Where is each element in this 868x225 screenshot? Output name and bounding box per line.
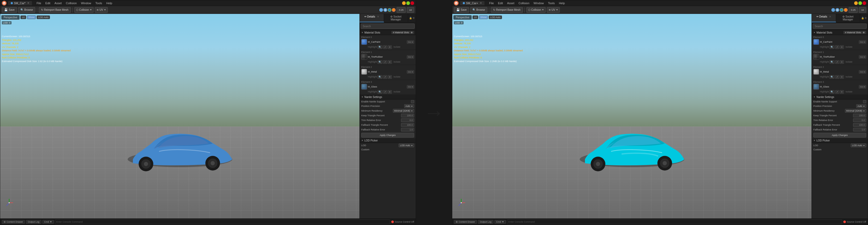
value-025-1[interactable]: 0.25 — [397, 7, 406, 13]
menu-help-2[interactable]: Help — [557, 1, 567, 5]
nanite-section-1[interactable]: ▼ Nanite Settings — [360, 95, 416, 100]
viewport-icon-1a[interactable]: ⊞ — [379, 8, 383, 12]
menu-window-1[interactable]: Window — [79, 1, 93, 5]
mat-btn-1b-2[interactable]: ↗ — [835, 60, 839, 64]
value-025-2[interactable]: 0.25 — [849, 7, 858, 13]
value-x4-2[interactable]: x4 — [859, 7, 866, 13]
maximize-btn-1[interactable] — [406, 1, 410, 5]
menu-tools-1[interactable]: Tools — [93, 1, 104, 5]
mat-btn-3c-2[interactable]: ✕ — [840, 90, 844, 94]
reimport-button-1[interactable]: ↻ Reimport Base Mesh — [39, 7, 71, 13]
apply-changes-btn-2[interactable]: Apply Changes — [813, 133, 866, 138]
reimport-button-2[interactable]: ↻ Reimport Base Mesh — [491, 7, 523, 13]
menu-asset-1[interactable]: Asset — [52, 1, 64, 5]
viewport-2[interactable]: Perspective Lit Show LOD Auto LOD: 0 Cur… — [452, 14, 811, 219]
cmd-btn-2[interactable]: Cmd ▼ — [494, 220, 506, 224]
mat-x-btn-1a-1[interactable]: ✕ — [388, 60, 392, 64]
mat-use-btn-0a-1[interactable]: 🔍 — [377, 45, 382, 49]
mat-btn-2c-2[interactable]: ✕ — [840, 75, 844, 79]
apply-changes-btn-1[interactable]: Apply Changes — [361, 133, 414, 138]
material-slots-section-1[interactable]: ▼ Material Slots 4 Material Slots ⊕ — [360, 30, 416, 35]
viewport-icon-1d[interactable]: 🔶 — [392, 8, 396, 12]
output-log-btn-2[interactable]: Output Log — [478, 220, 493, 224]
mat-btn-0b-2[interactable]: ↗ — [835, 45, 839, 49]
nanite-enable-checkbox-2[interactable] — [863, 100, 866, 103]
menu-asset-2[interactable]: Asset — [505, 1, 517, 5]
vp-lod-auto-btn-2[interactable]: LOD Auto — [489, 16, 502, 19]
nanite-residency-dropdown-1[interactable]: Minimal (32KB) ▼ — [393, 109, 414, 113]
menu-collision-2[interactable]: Collision — [517, 1, 532, 5]
mat-use-btn-2a-1[interactable]: 🔍 — [377, 75, 382, 79]
minimize-btn-1[interactable] — [402, 1, 406, 5]
menu-file-2[interactable]: File — [487, 1, 496, 5]
uv-dropdown-1[interactable]: ≋ UV ▼ — [95, 7, 108, 13]
mat-btn-2a-2[interactable]: 🔍 — [830, 75, 835, 79]
mat-x-btn-3a-1[interactable]: ✕ — [388, 90, 392, 94]
menu-help-1[interactable]: Help — [104, 1, 114, 5]
nanite-trim-rel-input-2[interactable]: 0.0 — [853, 118, 866, 122]
mat-use-btn-3a-1[interactable]: 🔍 — [377, 90, 382, 94]
menu-window-2[interactable]: Window — [532, 1, 546, 5]
mat-btn-1a-2[interactable]: 🔍 — [830, 60, 835, 64]
nanite-fallback-tri-input-1[interactable]: 100.0 — [401, 123, 414, 127]
vp-show-btn-1[interactable]: Show — [27, 16, 36, 19]
mat-slot-btn-3-1[interactable]: Slot ♦ — [407, 85, 414, 88]
search-input-1[interactable] — [361, 24, 415, 29]
gear-icon-2[interactable]: ⚙ — [865, 17, 867, 19]
lod-dropdown-2[interactable]: LOD Auto ▼ — [851, 144, 866, 147]
mat-btn-0a-2[interactable]: 🔍 — [830, 45, 835, 49]
browse-button-1[interactable]: 🔍 Browse — [18, 7, 35, 13]
mat-btn-3a-2[interactable]: 🔍 — [830, 90, 835, 94]
mat-slot-2-2[interactable]: Slot ♦ — [859, 70, 866, 74]
mat-arrow-btn-1a-1[interactable]: ↗ — [383, 60, 387, 64]
lock-icon-2[interactable]: 🔒 — [861, 17, 864, 19]
material-slots-section-2[interactable]: ▼ Material Slots 4 Material Slots ⊕ — [812, 30, 868, 35]
tab-sm-car-1[interactable]: SM_Car* ✕ — [8, 1, 32, 5]
menu-collision-1[interactable]: Collision — [64, 1, 79, 5]
mat-arrow-btn-3a-1[interactable]: ↗ — [383, 90, 387, 94]
output-log-btn-1[interactable]: Output Log — [26, 220, 41, 224]
mat-btn-1c-2[interactable]: ✕ — [840, 60, 844, 64]
mat-slot-0-2[interactable]: Slot ♦ — [859, 40, 866, 44]
uv-dropdown-2[interactable]: ≋ UV ▼ — [547, 7, 560, 13]
tab-sm-car-2[interactable]: SM_Car+ ✕ — [460, 1, 485, 5]
lod-dropdown-1[interactable]: LOD Auto ▼ — [399, 144, 414, 147]
content-drawer-btn-2[interactable]: ⊞ Content Drawer — [454, 220, 477, 224]
browse-button-2[interactable]: 🔍 Browse — [470, 7, 487, 13]
close-btn-2[interactable] — [863, 1, 866, 5]
vp-show-btn-2[interactable]: Show — [479, 16, 488, 19]
viewport-1[interactable]: Perspective Lit Show LOD Auto LOD: 0 Cur… — [0, 14, 360, 219]
mat-slot-3-2[interactable]: Slot ♦ — [859, 85, 866, 88]
nanite-enable-checkbox-1[interactable] — [411, 100, 414, 103]
vp-lit-btn-1[interactable]: Lit — [21, 16, 26, 19]
viewport-icon-1b[interactable]: ⬤ — [383, 8, 387, 12]
perspective-badge-1[interactable]: Perspective — [1, 15, 20, 20]
vp-lod-auto-btn-1[interactable]: LOD Auto — [37, 16, 50, 19]
save-button-2[interactable]: 💾 Save — [454, 7, 469, 13]
close-btn-1[interactable] — [410, 1, 414, 5]
save-button-1[interactable]: 💾 Save — [2, 7, 17, 13]
collision-dropdown-1[interactable]: ⬡ Collision ▼ — [74, 7, 94, 13]
maximize-btn-2[interactable] — [858, 1, 862, 5]
mat-x-btn-2a-1[interactable]: ✕ — [388, 75, 392, 79]
mat-arrow-btn-2a-1[interactable]: ↗ — [383, 75, 387, 79]
minimize-btn-2[interactable] — [854, 1, 858, 5]
menu-file-1[interactable]: File — [34, 1, 43, 5]
console-input-1[interactable]: Enter Console Command — [55, 220, 390, 224]
menu-edit-1[interactable]: Edit — [43, 1, 52, 5]
close-tab-icon-1[interactable]: ✕ — [377, 15, 379, 18]
tab-details-1[interactable]: ✏ Details ✕ — [360, 14, 384, 22]
mat-slot-btn-2-1[interactable]: Slot ♦ — [407, 70, 414, 74]
nanite-trim-rel-input-1[interactable]: 0.0 — [401, 118, 414, 122]
perspective-badge-2[interactable]: Perspective — [453, 15, 472, 20]
cmd-btn-1[interactable]: Cmd ▼ — [42, 220, 54, 224]
gear-icon-1[interactable]: ⚙ — [412, 17, 415, 19]
nanite-fallback-rel-input-2[interactable]: 1.0 — [853, 128, 866, 132]
viewport-icon-1c[interactable]: 🔵 — [388, 8, 391, 12]
mat-x-btn-0a-1[interactable]: ✕ — [388, 45, 392, 49]
collision-dropdown-2[interactable]: ⬡ Collision ▼ — [526, 7, 546, 13]
menu-tools-2[interactable]: Tools — [546, 1, 557, 5]
nanite-section-2[interactable]: ▼ Nanite Settings — [812, 95, 868, 100]
value-x4-1[interactable]: x4 — [407, 7, 414, 13]
tab-socket-1[interactable]: ⚙ Socket Manager — [384, 14, 408, 22]
